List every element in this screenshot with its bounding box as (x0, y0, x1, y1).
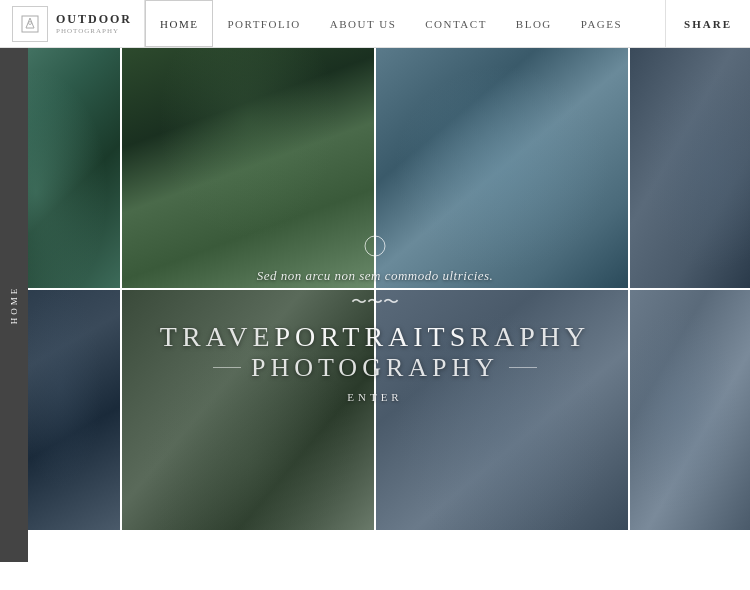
logo-area[interactable]: OUTDOOR PHOTOGRAPHY (0, 0, 145, 47)
nav-contact[interactable]: CONTACT (411, 0, 502, 47)
nav-pages[interactable]: PAGES (567, 0, 637, 47)
nav-portfolio[interactable]: PORTFOLIO (213, 0, 315, 47)
nav-about[interactable]: ABOUT US (316, 0, 412, 47)
photo-3 (376, 48, 628, 288)
main-nav: HOME PORTFOLIO ABOUT US CONTACT BLOG PAG… (145, 0, 750, 47)
photo-6 (122, 290, 374, 530)
sidebar-label: HOME (9, 286, 19, 325)
photo-grid (0, 48, 750, 530)
svg-point-2 (29, 21, 32, 24)
nav-blog[interactable]: BLOG (502, 0, 567, 47)
logo-subtitle: PHOTOGRAPHY (56, 27, 132, 35)
logo-icon (12, 6, 48, 42)
sidebar: HOME (0, 48, 28, 562)
svg-marker-1 (26, 18, 34, 28)
share-button[interactable]: SHARE (665, 0, 750, 47)
photo-8 (630, 290, 750, 530)
header: OUTDOOR PHOTOGRAPHY HOME PORTFOLIO ABOUT… (0, 0, 750, 48)
nav-home[interactable]: HOME (145, 0, 213, 47)
logo-text: OUTDOOR PHOTOGRAPHY (56, 12, 132, 35)
photo-7 (376, 290, 628, 530)
photo-2 (122, 48, 374, 288)
main-content: HOME Sed non arcu non sem commodo ultric… (0, 48, 750, 590)
photo-4 (630, 48, 750, 288)
logo-name: OUTDOOR (56, 12, 132, 27)
